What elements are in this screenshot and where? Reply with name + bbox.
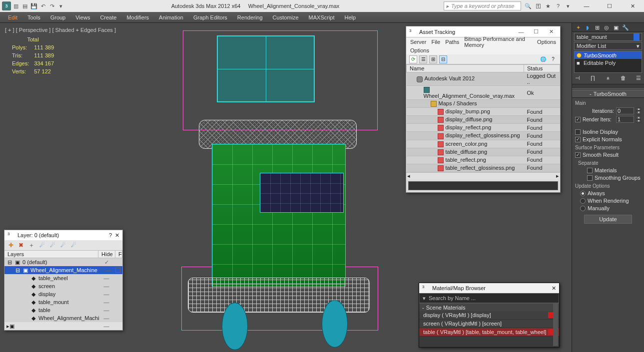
- menu-maxscript[interactable]: MAXScript: [304, 14, 340, 20]
- mat-section-header[interactable]: -Scene Materials: [419, 303, 559, 311]
- menu-tools[interactable]: Tools: [22, 14, 45, 20]
- modifier-turbosmooth[interactable]: TurboSmooth: [575, 51, 642, 59]
- layer-freeze-icon[interactable]: ☄: [71, 242, 76, 249]
- update-manual-radio[interactable]: [580, 206, 586, 211]
- tab-utilities-icon[interactable]: 🔧: [622, 24, 630, 31]
- menu-animation[interactable]: Animation: [154, 14, 188, 20]
- asset-row[interactable]: table_diffuse.pngFound: [407, 148, 560, 156]
- binoculars-icon[interactable]: 🔍: [524, 2, 532, 10]
- asset-menu-server[interactable]: Server: [410, 39, 426, 45]
- explicit-normals-checkbox[interactable]: [575, 137, 581, 142]
- asset-row[interactable]: screen_color.pngFound: [407, 140, 560, 148]
- show-end-result-icon[interactable]: ∏: [590, 75, 597, 82]
- layer-row[interactable]: ◆table_wheel—: [4, 274, 122, 282]
- star-icon[interactable]: ★: [544, 2, 552, 10]
- window-close[interactable]: ✕: [621, 0, 644, 12]
- panel-help[interactable]: ?: [109, 232, 112, 238]
- rollout-header[interactable]: -TurboSmooth: [572, 90, 644, 98]
- layer-select-icon[interactable]: ☄: [39, 242, 45, 249]
- render-iters-spinner[interactable]: 1: [616, 116, 634, 123]
- menu-help[interactable]: Help: [340, 14, 361, 20]
- layer-new-icon[interactable]: ✚: [8, 242, 13, 249]
- layer-row[interactable]: ◆table_mount—: [4, 298, 122, 306]
- update-always-radio[interactable]: [580, 191, 586, 196]
- asset-row[interactable]: table_reflect.pngFound: [407, 156, 560, 164]
- col-f[interactable]: F: [115, 251, 122, 258]
- asset-menu-bitmap[interactable]: Bitmap Performance and Memory: [464, 36, 532, 48]
- asset-row[interactable]: Autodesk Vault 2012Logged Out ..: [407, 72, 560, 86]
- render-iters-spin-buttons[interactable]: ▴▾: [636, 116, 641, 123]
- col-hide[interactable]: Hide: [98, 251, 115, 258]
- isoline-checkbox[interactable]: [575, 129, 581, 135]
- configure-sets-icon[interactable]: ☰: [635, 75, 642, 82]
- asset-row[interactable]: table_reflect_glossiness.pngFound: [407, 164, 560, 172]
- window-maximize[interactable]: ☐: [598, 0, 621, 12]
- asset-path-input[interactable]: [408, 181, 558, 190]
- asset-row[interactable]: display_bump.pngFound: [407, 108, 560, 116]
- asset-tool-tree-icon[interactable]: ⊞: [429, 55, 437, 63]
- mat-search-input[interactable]: ▾Search by Name ...: [419, 293, 559, 303]
- layer-row[interactable]: ⊟▣0 (default)✓: [4, 258, 122, 266]
- smooth-result-checkbox[interactable]: [575, 152, 581, 158]
- layer-delete-icon[interactable]: ✖: [18, 242, 23, 249]
- col-layers[interactable]: Layers: [4, 251, 98, 258]
- asset-scrollbar[interactable]: [406, 172, 560, 179]
- asset-menu-options[interactable]: Options: [410, 47, 429, 53]
- asset-tool-table-icon[interactable]: ⊟: [439, 55, 447, 63]
- modifier-list-dropdown[interactable]: Modifier List▾: [574, 42, 642, 50]
- layer-row[interactable]: ⊟▣Wheel_Alignment_Machine—: [4, 266, 122, 274]
- layer-row[interactable]: ◆table—: [4, 306, 122, 314]
- menu-rendering[interactable]: Rendering: [232, 14, 268, 20]
- asset-menu-options[interactable]: Options: [537, 39, 556, 45]
- asset-tool-help-icon[interactable]: ?: [549, 55, 557, 63]
- panel-close[interactable]: ✕: [552, 285, 556, 292]
- col-status[interactable]: Status: [524, 65, 560, 72]
- viewport-label[interactable]: [ + ] [ Perspective ] [ Shaded + Edged F…: [5, 27, 116, 33]
- tab-hierarchy-icon[interactable]: ⊞: [593, 24, 601, 31]
- qat-redo-icon[interactable]: ↷: [48, 2, 56, 10]
- qat-more-icon[interactable]: ▾: [57, 2, 65, 10]
- material-row[interactable]: screen ( VRayLightMtl ) [screen]: [419, 320, 559, 328]
- layer-expand-icon[interactable]: ▸▣: [6, 323, 14, 330]
- update-button[interactable]: Update: [584, 215, 632, 224]
- object-color-swatch[interactable]: [634, 33, 640, 40]
- material-row[interactable]: table ( VRayMtl ) [table, table_mount, t…: [419, 328, 559, 337]
- modifier-editable-poly[interactable]: ■Editable Poly: [575, 59, 642, 66]
- asset-row[interactable]: display_reflect_glossiness.pngFound: [407, 132, 560, 140]
- col-name[interactable]: Name: [407, 65, 524, 72]
- panel-close[interactable]: ✕: [545, 28, 557, 35]
- infocenter-search[interactable]: ▸ Type a keyword or phrase: [444, 1, 521, 10]
- menu-create[interactable]: Create: [95, 14, 121, 20]
- tab-display-icon[interactable]: ▣: [612, 24, 620, 31]
- layer-row[interactable]: ◆display—: [4, 290, 122, 298]
- asset-row[interactable]: Maps / Shaders: [407, 100, 560, 108]
- menu-modifiers[interactable]: Modifiers: [121, 14, 154, 20]
- make-unique-icon[interactable]: ⩀: [605, 75, 612, 82]
- tab-motion-icon[interactable]: ◎: [603, 24, 611, 31]
- layer-row[interactable]: ◆screen—: [4, 282, 122, 290]
- menu-customize[interactable]: Customize: [268, 14, 304, 20]
- help-drop-icon[interactable]: ▾: [564, 2, 572, 10]
- qat-undo-icon[interactable]: ↶: [39, 2, 47, 10]
- layer-hide-icon[interactable]: ☄: [60, 242, 66, 249]
- selected-object-name[interactable]: table_mount: [574, 33, 642, 41]
- iterations-spinner[interactable]: 0: [616, 107, 634, 114]
- layer-highlight-icon[interactable]: ☄: [50, 242, 55, 249]
- iterations-spin-buttons[interactable]: ▴▾: [636, 107, 641, 114]
- panel-minimize[interactable]: —: [515, 29, 527, 35]
- sep-groups-checkbox[interactable]: [587, 175, 593, 181]
- menu-edit[interactable]: Edit: [3, 14, 22, 20]
- mat-scrollbar[interactable]: [553, 303, 558, 346]
- app-icon[interactable]: 3: [2, 1, 11, 10]
- tab-modify-icon[interactable]: ◗: [584, 24, 592, 31]
- render-iters-checkbox[interactable]: [575, 117, 581, 122]
- material-row[interactable]: display ( VRayMtl ) [display]: [419, 311, 559, 320]
- asset-tool-refresh-icon[interactable]: ⟳: [409, 55, 417, 63]
- layer-add-icon[interactable]: ＋: [28, 241, 34, 250]
- qat-new-icon[interactable]: ▥: [12, 2, 20, 10]
- modifier-stack[interactable]: TurboSmooth■Editable Poly: [574, 51, 642, 73]
- panel-maximize[interactable]: ☐: [530, 28, 542, 35]
- asset-row[interactable]: Wheel_Alignment_Console_vray.maxOk: [407, 86, 560, 100]
- menu-graph-editors[interactable]: Graph Editors: [188, 14, 232, 20]
- menu-views[interactable]: Views: [70, 14, 95, 20]
